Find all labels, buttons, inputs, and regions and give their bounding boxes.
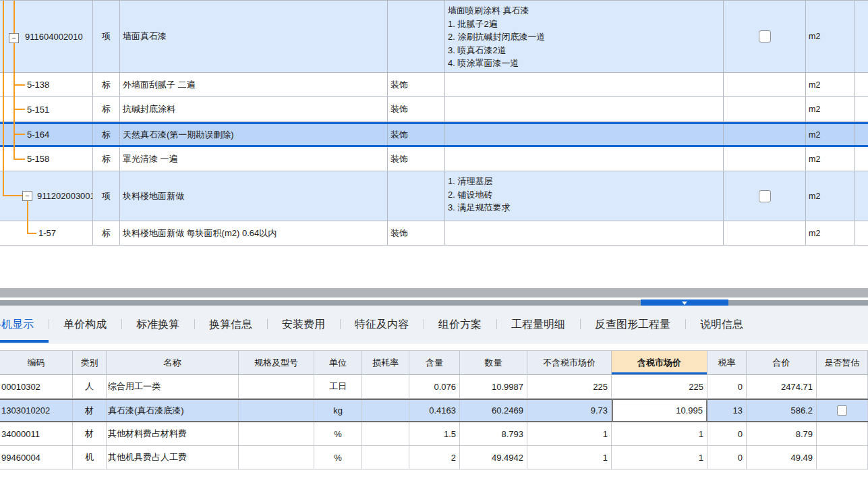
cell-total: 2474.71 [747,375,817,398]
tab-2[interactable]: 标准换算 [121,306,194,344]
table-row[interactable]: 1303010202材真石漆(真石漆底漆)kg0.416360.24699.73… [0,399,868,422]
column-header-category[interactable]: 类别 [73,350,107,375]
code-cell: 911202003001 [0,171,93,221]
tab-5[interactable]: 特征及内容 [340,306,424,344]
name-cell: 墙面真石漆 [120,1,388,72]
column-header-name[interactable]: 名称 [107,350,239,375]
cell-loss [362,422,409,445]
tab-strip: 料机显示单价构成标准换算换算信息安装费用特征及内容组价方案工程量明细反查图形工程… [0,306,868,344]
tab-8[interactable]: 反查图形工程量 [580,306,685,344]
tab-9[interactable]: 说明信息 [685,306,758,344]
cell-quantity: 8.793 [460,422,527,445]
desc-line: 3. 喷真石漆2道 [448,44,720,57]
tab-7[interactable]: 工程量明细 [496,306,580,344]
cell-price_ex: 1 [527,446,612,469]
cell-code: 99460004 [0,446,73,469]
code-cell: 5-138 [0,73,93,96]
code-cell: 5-164 [0,124,93,145]
column-header-temp[interactable]: 是否暂估 [817,350,868,375]
cell-code: 00010302 [0,375,73,398]
cell-price_ex: 9.73 [527,400,612,421]
desc-line: 4. 喷涂罩面漆一道 [448,57,720,70]
table-row[interactable]: 911604002010项墙面真石漆墙面喷刷涂料 真石漆1. 批腻子2遍2. 涂… [0,1,868,73]
splitter-bar[interactable] [0,288,868,297]
column-header-price_inc[interactable]: 含税市场价 [612,350,707,375]
table-row[interactable]: 5-138标外墙面刮腻子 二遍装饰m2 [0,73,868,97]
major-cell: 装饰 [388,147,445,171]
estimate-checkbox[interactable] [759,30,771,42]
unit-cell: m2 [806,1,855,72]
column-header-tax[interactable]: 税率 [707,350,747,375]
name-cell: 外墙面刮腻子 二遍 [120,73,388,96]
cell-content: 0.4163 [409,400,460,421]
estimate-flag-cell [724,97,806,121]
estimate-flag-cell [724,221,806,245]
table-row[interactable]: 5-164标天然真石漆(第一期勘误删除)装饰m2 [0,122,868,147]
cell-temp [817,400,868,421]
collapse-toggle[interactable]: − [22,191,32,201]
cell-name: 其他机具费占人工费 [107,446,239,469]
column-header-spec[interactable]: 规格及型号 [239,350,314,375]
cell-quantity: 60.2469 [460,400,527,421]
column-header-quantity[interactable]: 数量 [460,350,527,375]
clipped-cell [855,1,868,72]
cell-spec [239,400,314,421]
desc-line: 墙面喷刷涂料 真石漆 [448,4,720,18]
cell-code: 34000011 [0,422,73,445]
estimate-checkbox[interactable] [759,190,771,202]
table-row[interactable]: 34000011材其他材料费占材料费%1.58.7931108.79 [0,422,868,446]
major-cell: 装饰 [388,97,445,121]
tab-6[interactable]: 组价方案 [424,306,496,344]
unit-cell: m2 [806,124,855,145]
column-header-total[interactable]: 合价 [747,350,817,375]
column-header-content[interactable]: 含量 [409,350,460,375]
splitter-bar[interactable] [0,300,868,306]
cell-total: 8.79 [747,422,817,445]
code-cell: 5-158 [0,147,93,171]
table-row[interactable]: 1-57标块料楼地面新做 每块面积(m2) 0.64以内装饰m2 [0,221,868,246]
cell-price_inc[interactable]: 10.995 [612,399,707,422]
category-cell: 标 [93,97,120,121]
tab-0[interactable]: 料机显示 [0,306,49,344]
cell-loss [362,375,409,398]
clipped-cell [855,147,868,171]
feature-desc-cell [445,97,724,121]
cell-spec [239,446,314,469]
cell-tax: 0 [707,422,747,445]
cell-quantity: 49.4942 [460,446,527,469]
column-header-unit[interactable]: 单位 [314,350,362,375]
unit-cell: m2 [806,97,855,121]
column-header-code[interactable]: 编码 [0,350,73,375]
column-header-loss[interactable]: 损耗率 [362,350,409,375]
tab-1[interactable]: 单价构成 [49,306,121,344]
table-row[interactable]: 5-158标罩光清漆 一遍装饰m2 [0,147,868,171]
collapse-toggle[interactable]: − [9,33,19,43]
category-cell: 项 [93,171,120,221]
cell-temp [817,446,868,469]
table-row[interactable]: 5-151标抗碱封底涂料装饰m2 [0,97,868,122]
unit-cell: m2 [806,147,855,171]
cell-category: 机 [73,446,107,469]
major-cell: 装饰 [388,221,445,245]
cell-code: 1303010202 [0,400,73,421]
column-header-price_ex[interactable]: 不含税市场价 [527,350,612,375]
estimate-flag-cell [724,147,806,171]
table-row[interactable]: 99460004机其他机具费占人工费%249.494211049.49 [0,446,868,470]
estimate-flag-cell [724,73,806,96]
clipped-cell [855,221,868,245]
temp-estimate-checkbox[interactable] [837,405,847,416]
collapse-arrow-icon [682,302,687,305]
tab-4[interactable]: 安装费用 [267,306,340,344]
category-cell: 标 [93,73,120,96]
cell-unit: % [314,422,362,445]
category-cell: 项 [93,1,120,72]
table-row[interactable]: 911202003001项块料楼地面新做1. 清理基层2. 铺设地砖3. 满足规… [0,171,868,221]
cell-spec [239,375,314,398]
code-cell: 1-57 [0,221,93,245]
top-table: 911604002010项墙面真石漆墙面喷刷涂料 真石漆1. 批腻子2遍2. 涂… [0,0,868,246]
tab-3[interactable]: 换算信息 [194,306,267,344]
table-row[interactable]: 00010302人综合用工一类工日0.07610.998722522502474… [0,375,868,399]
estimate-flag-cell [724,171,806,221]
cell-name: 真石漆(真石漆底漆) [107,400,239,421]
cell-tax: 0 [707,375,747,398]
